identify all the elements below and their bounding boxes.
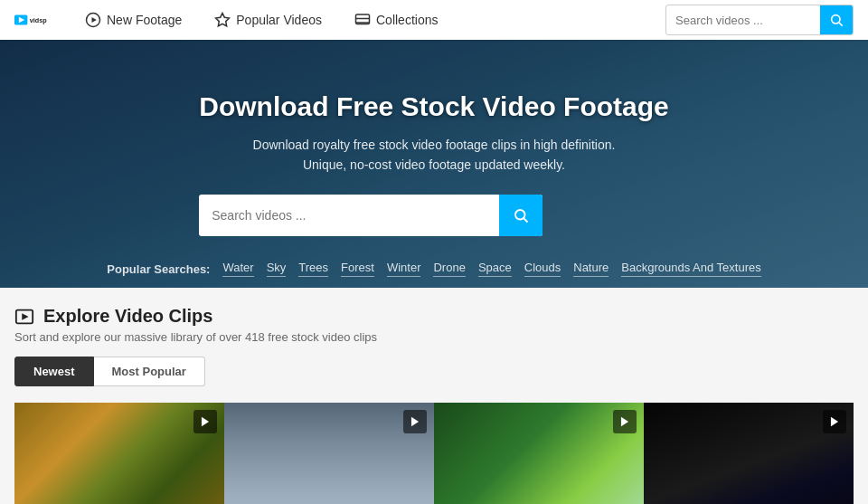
logo-link[interactable]: vidsplay [14,7,47,33]
popular-tag-sky[interactable]: Sky [267,261,287,277]
clip-card-4[interactable]: 00:18 [644,403,854,504]
popular-searches-label: Popular Searches: [107,262,210,276]
popular-tag-drone[interactable]: Drone [433,261,465,277]
svg-marker-15 [202,417,209,427]
svg-point-9 [832,15,840,24]
nav-label-collections: Collections [376,13,438,27]
nav-label-popular-videos: Popular Videos [236,13,322,27]
svg-point-11 [515,210,525,220]
nav-link-new-footage[interactable]: New Footage [69,0,198,40]
play-icon-4 [828,415,841,428]
svg-marker-14 [22,313,28,319]
clips-section-subtitle: Sort and explore our massive library of … [14,330,854,344]
svg-marker-17 [621,417,628,427]
clip-play-button-1[interactable] [193,410,217,433]
svg-marker-5 [216,14,230,26]
hero-subtitle: Download royalty free stock video footag… [199,135,669,176]
clip-play-button-3[interactable] [613,410,637,433]
play-icon-2 [409,415,421,428]
tab-newest[interactable]: Newest [14,357,94,386]
search-icon [829,13,844,27]
hero-section: Download Free Stock Video Footage Downlo… [0,40,868,288]
svg-marker-16 [411,417,419,427]
popular-tag-water[interactable]: Water [222,261,253,277]
nav-label-new-footage: New Footage [107,13,182,27]
nav-search-input[interactable] [666,14,820,27]
clip-card-3[interactable]: 00:29 [434,403,644,504]
play-circle-icon [85,12,101,28]
hero-search-input[interactable] [199,208,499,223]
popular-searches-bar: Popular Searches: Water Sky Trees Forest… [0,261,868,277]
popular-tag-space[interactable]: Space [478,261,512,277]
popular-tag-trees[interactable]: Trees [298,261,328,277]
nav-link-collections[interactable]: Collections [338,0,454,40]
clip-play-button-4[interactable] [823,410,846,433]
popular-tag-backgrounds[interactable]: Backgrounds And Textures [621,261,760,277]
clips-section: Explore Video Clips Sort and explore our… [0,288,868,504]
nav-search-bar [665,5,854,35]
clip-card-1[interactable]: 01:18 [14,403,224,504]
hero-title: Download Free Stock Video Footage [199,91,669,122]
clips-section-title: Explore Video Clips [43,306,212,327]
collection-icon [354,12,371,28]
hero-search-button[interactable] [499,195,542,236]
play-icon-3 [618,415,631,428]
hero-subtitle-line2: Unique, no-cost video footage updated we… [303,157,565,172]
hero-content: Download Free Stock Video Footage Downlo… [181,91,687,237]
play-icon-1 [199,415,212,428]
svg-marker-18 [831,417,838,427]
clips-section-icon [14,307,34,327]
hero-subtitle-line1: Download royalty free stock video footag… [253,138,616,152]
svg-text:vidsplay: vidsplay [30,16,47,24]
clips-grid: 01:18 00:50 00:29 00:18 [14,403,854,504]
nav-links: New Footage Popular Videos Collections [69,0,665,40]
nav-search-button[interactable] [820,5,853,35]
tab-most-popular[interactable]: Most Popular [94,357,205,386]
clips-tabs: Newest Most Popular [14,357,854,386]
popular-tag-forest[interactable]: Forest [341,261,374,277]
star-icon [214,12,231,28]
clip-play-button-2[interactable] [403,410,427,433]
navbar: vidsplay New Footage Popular Videos [0,0,868,40]
nav-link-popular-videos[interactable]: Popular Videos [198,0,338,40]
popular-tag-nature[interactable]: Nature [573,261,609,277]
popular-tag-winter[interactable]: Winter [387,261,421,277]
svg-line-10 [839,23,843,26]
svg-line-12 [524,219,528,223]
logo-icon: vidsplay [14,7,47,33]
svg-marker-4 [92,17,97,23]
popular-tag-clouds[interactable]: Clouds [524,261,561,277]
clip-card-2[interactable]: 00:50 [224,403,434,504]
clips-header: Explore Video Clips [14,306,854,327]
hero-search-icon [513,207,529,223]
hero-search-bar [199,195,542,236]
